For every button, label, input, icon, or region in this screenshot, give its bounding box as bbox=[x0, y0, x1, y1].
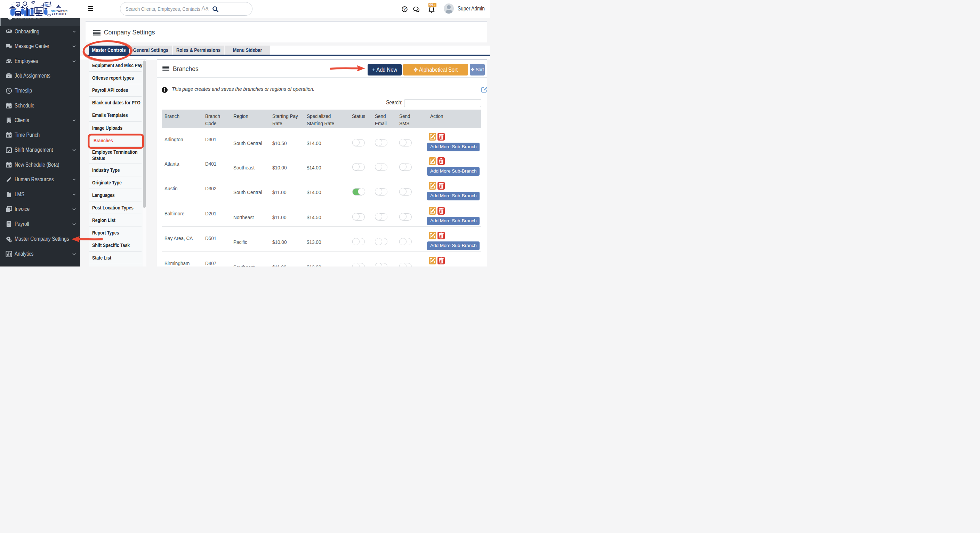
svg-text:?: ? bbox=[403, 7, 406, 11]
svg-text:Software: Software bbox=[52, 13, 67, 15]
svg-text:StaffWizard: StaffWizard bbox=[51, 10, 67, 13]
